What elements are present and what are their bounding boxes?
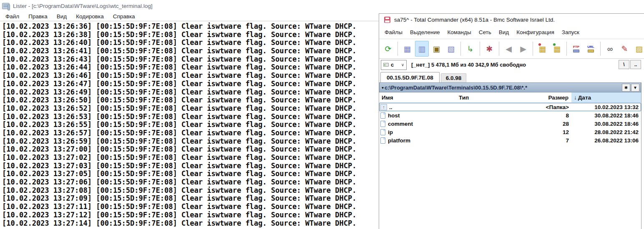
forward-icon[interactable]: ▶ bbox=[516, 41, 530, 57]
column-header-date-label: Дата bbox=[578, 95, 591, 101]
log-line: [10.02.2023 13:26:47] [00:15:5D:9F:7E:08… bbox=[2, 80, 379, 88]
toolbar-separator bbox=[600, 42, 601, 56]
log-line: [10.02.2023 13:26:52] [00:15:5D:9F:7E:08… bbox=[2, 105, 379, 113]
log-line: [10.02.2023 13:27:05] [00:15:5D:9F:7E:08… bbox=[2, 170, 379, 178]
log-line: [10.02.2023 13:27:14] [00:15:5D:9F:7E:08… bbox=[2, 219, 379, 228]
select-files-button[interactable]: ✱ bbox=[622, 84, 630, 92]
file-list: ↑..<Папка>10.02.2023 13:32host830.08.202… bbox=[379, 103, 641, 144]
go-up-button[interactable]: .. bbox=[630, 60, 641, 69]
file-icon bbox=[380, 137, 385, 144]
drive-combo[interactable]: c ∨ bbox=[381, 60, 407, 70]
file-size-cell: <Папка> bbox=[515, 104, 571, 110]
full-view-icon[interactable]: ▥ bbox=[415, 41, 429, 57]
log-line: [10.02.2023 13:26:57] [00:15:5D:9F:7E:08… bbox=[2, 129, 379, 137]
file-name-cell: platform bbox=[379, 137, 457, 144]
pack-icon[interactable]: ▦ bbox=[536, 41, 549, 57]
column-header-size[interactable]: Размер bbox=[515, 92, 571, 102]
brief-view-icon[interactable]: ▦ bbox=[400, 41, 414, 57]
back-icon[interactable]: ◀ bbox=[502, 41, 516, 57]
file-row-ip[interactable]: ip1228.08.2022 21:42 bbox=[379, 128, 641, 136]
refresh-icon-glyph: ⟳ bbox=[385, 45, 392, 53]
search-icon[interactable]: ∞ bbox=[603, 41, 617, 57]
log-line: [10.02.2023 13:26:44] [00:15:5D:9F:7E:08… bbox=[2, 63, 379, 72]
lister-menu-item-Вид[interactable]: Вид bbox=[52, 12, 71, 20]
run-params-icon-glyph: ✱ bbox=[486, 45, 493, 53]
unpack-icon-dot bbox=[553, 43, 556, 46]
file-size-cell: 8 bbox=[515, 112, 571, 119]
unpack-icon[interactable]: ▦ bbox=[550, 41, 564, 57]
log-line: [10.02.2023 13:26:46] [00:15:5D:9F:7E:08… bbox=[2, 72, 379, 80]
log-line: [10.02.2023 13:27:09] [00:15:5D:9F:7E:08… bbox=[2, 194, 379, 203]
lister-menubar: ФайлПравкаВидКодировкаСправка bbox=[0, 12, 379, 21]
log-line: [10.02.2023 13:26:50] [00:15:5D:9F:7E:08… bbox=[2, 96, 379, 105]
search-icon-glyph: ∞ bbox=[607, 45, 613, 53]
multi-rename-icon[interactable]: ✎ bbox=[618, 41, 631, 57]
tc-menu-item-Выделение[interactable]: Выделение bbox=[406, 27, 444, 37]
log-line: [10.02.2023 13:26:40] [00:15:5D:9F:7E:08… bbox=[2, 39, 379, 47]
path-bar[interactable]: ▾ c:\ProgramData\WTware\Terminals\00.15.… bbox=[379, 82, 641, 92]
log-line: [10.02.2023 13:26:43] [00:15:5D:9F:7E:08… bbox=[2, 55, 379, 64]
tc-menu-item-Вид[interactable]: Вид bbox=[495, 27, 513, 37]
lister-menu-item-Кодировка[interactable]: Кодировка bbox=[71, 12, 108, 20]
full-view-icon-glyph: ▥ bbox=[418, 45, 426, 53]
file-size-cell: 28 bbox=[515, 121, 571, 127]
tc-menu-item-Сеть[interactable]: Сеть bbox=[475, 27, 495, 37]
folder-tab-6.0.98[interactable]: 6.0.98 bbox=[441, 73, 467, 82]
ftp-connect-icon[interactable]: FTP bbox=[569, 41, 583, 57]
column-header-type[interactable]: Тип bbox=[457, 92, 515, 102]
pack-icon-glyph: ▦ bbox=[539, 45, 546, 53]
file-row-..[interactable]: ↑..<Папка>10.02.2023 13:32 bbox=[379, 103, 641, 111]
tc-menu-item-Файлы[interactable]: Файлы bbox=[381, 27, 406, 37]
lister-titlebar: Lister - [c:\ProgramData\WTware\Logs\wtc… bbox=[0, 0, 379, 12]
back-icon-glyph: ◀ bbox=[506, 45, 512, 53]
sort-descending-icon: ↓ bbox=[574, 95, 577, 101]
file-name-cell: ↑.. bbox=[379, 104, 457, 110]
toolbar-separator bbox=[460, 42, 461, 56]
path-dropdown-button[interactable]: ▼ bbox=[631, 84, 639, 92]
pack-icon-dot bbox=[538, 43, 541, 46]
file-row-host[interactable]: host830.08.2022 18:46 bbox=[379, 111, 641, 119]
thumbnails-view-icon[interactable]: ▣ bbox=[430, 41, 443, 57]
file-row-comment[interactable]: comment2830.08.2022 18:46 bbox=[379, 119, 641, 128]
ftp-url-icon[interactable]: URL bbox=[584, 41, 598, 57]
log-line: [10.02.2023 13:27:06] [00:15:5D:9F:7E:08… bbox=[2, 178, 379, 187]
file-date-cell: 10.02.2023 13:32 bbox=[571, 104, 641, 110]
log-line: [10.02.2023 13:26:59] [00:15:5D:9F:7E:08… bbox=[2, 137, 379, 146]
hard-drive-icon bbox=[383, 63, 389, 67]
folder-tab-00.15.5D.9F.7E.08[interactable]: 00.15.5D.9F.7E.08 bbox=[380, 72, 440, 82]
tree-view-icon-glyph: ▧ bbox=[448, 45, 455, 53]
tc-app-icon bbox=[384, 17, 390, 23]
drive-letter: c bbox=[391, 62, 394, 68]
tc-menu-item-Команды[interactable]: Команды bbox=[443, 27, 475, 37]
column-header-date[interactable]: ↓ Дата bbox=[571, 92, 641, 102]
file-name-label: host bbox=[388, 112, 400, 119]
file-list-empty-area[interactable] bbox=[379, 144, 641, 229]
log-line: [10.02.2023 13:26:41] [00:15:5D:9F:7E:08… bbox=[2, 47, 379, 55]
log-line: [10.02.2023 13:27:00] [00:15:5D:9F:7E:08… bbox=[2, 145, 379, 154]
branch-view-icon[interactable]: ↳ bbox=[463, 41, 477, 57]
tree-view-icon[interactable]: ▧ bbox=[444, 41, 458, 57]
tc-menubar: ФайлыВыделениеКомандыСетьВидКонфигурация… bbox=[379, 26, 644, 39]
goto-root-button[interactable]: \ bbox=[619, 60, 629, 69]
path-history-arrow-icon: ▾ bbox=[382, 85, 384, 90]
ftp-connect-icon-computers bbox=[573, 50, 579, 52]
file-name-cell: comment bbox=[379, 121, 457, 127]
file-date-cell: 26.08.2022 13:06 bbox=[571, 137, 641, 144]
tc-menu-item-Конфигурация[interactable]: Конфигурация bbox=[513, 27, 558, 37]
ftp-connect-icon-label: FTP bbox=[573, 45, 579, 49]
ftp-url-icon-label: URL bbox=[587, 45, 594, 49]
tc-menu-item-Запуск[interactable]: Запуск bbox=[558, 27, 583, 37]
lister-menu-item-Файл[interactable]: Файл bbox=[1, 12, 24, 20]
lister-menu-item-Справка[interactable]: Справка bbox=[108, 12, 140, 20]
lister-menu-item-Правка[interactable]: Правка bbox=[24, 12, 52, 20]
log-line: [10.02.2023 13:26:38] [00:15:5D:9F:7E:08… bbox=[2, 31, 379, 39]
sync-dirs-icon[interactable]: ▨ bbox=[632, 41, 644, 57]
refresh-icon[interactable]: ⟳ bbox=[381, 41, 395, 57]
current-path: c:\ProgramData\WTware\Terminals\00.15.5D… bbox=[385, 85, 527, 91]
file-row-platform[interactable]: platform726.08.2022 13:06 bbox=[379, 136, 641, 144]
tc-window-title: sa75^ - Total Commander (x64) 8.51a - Bm… bbox=[394, 17, 555, 23]
run-params-icon[interactable]: ✱ bbox=[483, 41, 496, 57]
log-line: [10.02.2023 13:27:02] [00:15:5D:9F:7E:08… bbox=[2, 154, 379, 162]
file-icon bbox=[380, 112, 385, 119]
column-header-name[interactable]: Имя bbox=[379, 92, 457, 102]
